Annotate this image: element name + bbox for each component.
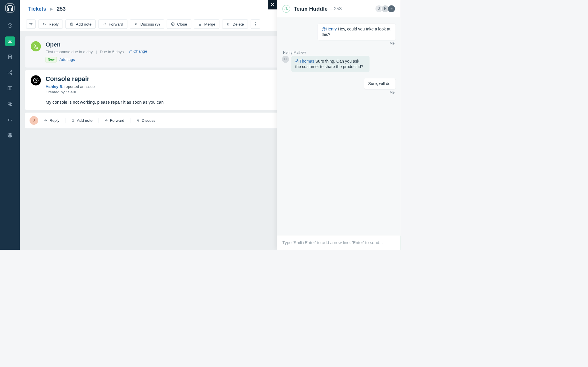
svg-point-14: [171, 23, 174, 26]
current-user-avatar: J: [30, 116, 38, 125]
add-note-button[interactable]: Add note: [65, 19, 96, 29]
svg-point-2: [9, 41, 10, 42]
edit-icon: [129, 50, 132, 53]
message-incoming: Henry Mathew H @Thomas Sure thing. Can y…: [282, 50, 396, 72]
nav-settings[interactable]: [5, 130, 15, 140]
forward-inline[interactable]: Forward: [104, 117, 125, 124]
member-more-button[interactable]: ⋯: [388, 5, 395, 13]
nav-solutions[interactable]: [5, 83, 15, 93]
first-response-due: First response due in a day: [46, 50, 93, 54]
breadcrumb-root[interactable]: Tickets: [28, 6, 46, 12]
huddle-subtitle: – 253: [330, 6, 342, 11]
breadcrumb-id: 253: [57, 6, 66, 12]
app-logo: [5, 3, 14, 12]
change-link[interactable]: Change: [129, 49, 147, 54]
note-icon: [71, 119, 75, 122]
forward-button[interactable]: Forward: [98, 19, 127, 29]
phone-icon: [31, 41, 41, 51]
dots-vertical-icon: ⋮: [253, 22, 258, 27]
huddle-title: Team Huddle: [294, 5, 328, 12]
discuss-button[interactable]: Discuss (3): [130, 19, 164, 29]
mention[interactable]: @Thomas: [295, 59, 314, 63]
new-tag: New: [46, 57, 57, 62]
message-outgoing: Sure, will do! Me: [282, 78, 396, 98]
huddle-panel: ✕ Team Huddle – 253 J H ⋯ @Henry Hey, co…: [277, 0, 401, 250]
note-icon: [70, 22, 74, 26]
discuss-inline[interactable]: Discuss: [136, 117, 156, 124]
svg-point-20: [286, 7, 287, 8]
message-meta: Me: [390, 41, 394, 45]
huddle-close-button[interactable]: ✕: [268, 0, 277, 9]
star-button[interactable]: [26, 19, 36, 29]
reporter-link[interactable]: Ashley B.: [46, 84, 63, 89]
svg-point-13: [136, 23, 137, 24]
nav-dashboard[interactable]: [5, 21, 15, 30]
huddle-message-input[interactable]: [282, 240, 395, 245]
forward-icon: [105, 119, 108, 122]
reply-inline[interactable]: Reply: [43, 117, 60, 124]
huddle-members: J H ⋯: [377, 5, 395, 13]
nav-tickets[interactable]: [5, 36, 15, 46]
mention[interactable]: @Henry: [322, 27, 337, 31]
sender-avatar: H: [282, 56, 289, 63]
message-meta: Me: [390, 90, 394, 94]
nav-rail: [0, 0, 20, 250]
huddle-logo-icon: [282, 5, 290, 13]
issue-title: Console repair: [46, 75, 298, 82]
star-icon: [29, 22, 33, 26]
huddle-header: Team Huddle – 253 J H ⋯: [277, 0, 401, 18]
nav-contacts[interactable]: [5, 52, 15, 62]
svg-point-22: [287, 9, 288, 10]
discuss-icon: [136, 119, 140, 122]
huddle-messages: @Henry Hey, could you take a look at thi…: [277, 18, 401, 235]
close-button[interactable]: Close: [167, 19, 191, 29]
nav-chat[interactable]: [5, 99, 15, 109]
huddle-input-row: [277, 235, 401, 250]
add-note-inline[interactable]: Add note: [71, 117, 93, 124]
reporter-suffix: reported an issue: [63, 84, 95, 89]
svg-point-21: [285, 9, 286, 10]
close-icon: ✕: [270, 2, 275, 8]
svg-point-19: [138, 120, 139, 121]
delete-button[interactable]: Delete: [222, 19, 248, 29]
issue-body-text: My console is not working, please repair…: [46, 100, 298, 105]
nav-reports[interactable]: [5, 115, 15, 124]
crosshair-icon: [33, 77, 39, 84]
overflow-button[interactable]: ⋮: [251, 19, 260, 29]
created-by: Created by : Saul: [46, 90, 298, 94]
check-circle-icon: [171, 22, 175, 26]
svg-point-4: [9, 56, 11, 57]
svg-rect-1: [8, 40, 12, 43]
reply-icon: [42, 22, 47, 26]
source-avatar: [31, 75, 41, 85]
message-outgoing: @Henry Hey, could you take a look at thi…: [282, 24, 396, 49]
message-sender: Henry Mathew: [283, 50, 306, 54]
svg-point-15: [33, 78, 38, 82]
svg-point-10: [9, 134, 11, 136]
discuss-icon: [134, 22, 138, 26]
svg-point-16: [35, 80, 36, 81]
chevron-right-icon: ▸: [50, 6, 53, 12]
trash-icon: [226, 22, 230, 26]
add-tags-link[interactable]: Add tags: [59, 57, 75, 62]
merge-icon: [198, 22, 202, 26]
nav-social[interactable]: [5, 68, 15, 78]
forward-icon: [102, 22, 107, 26]
reply-icon: [44, 119, 47, 122]
merge-button[interactable]: Merge: [194, 19, 219, 29]
due-in: Due in 5 days: [100, 50, 124, 54]
reply-button[interactable]: Reply: [38, 19, 63, 29]
